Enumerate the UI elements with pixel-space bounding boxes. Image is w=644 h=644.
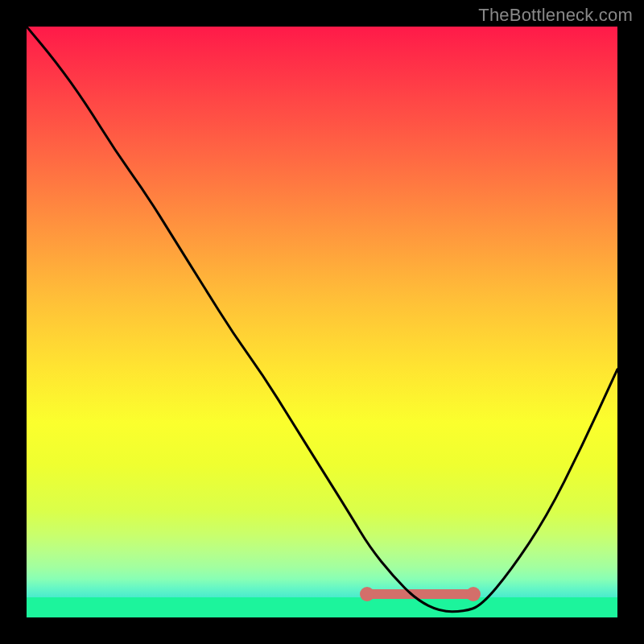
curve-path (27, 27, 617, 612)
plot-area (27, 27, 617, 617)
bottleneck-curve (27, 27, 617, 617)
chart-frame: TheBottleneck.com (0, 0, 644, 644)
watermark-label: TheBottleneck.com (478, 5, 633, 26)
